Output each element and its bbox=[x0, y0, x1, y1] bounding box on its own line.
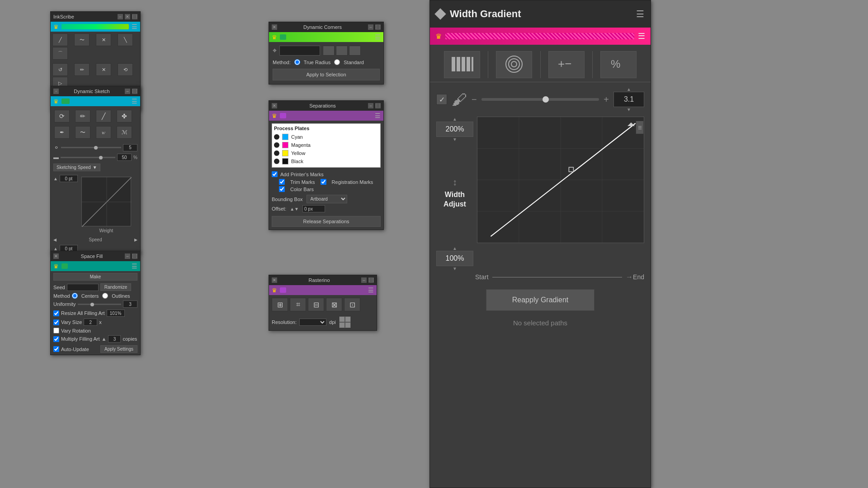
dynamic-corners-close-btn[interactable]: ✕ bbox=[272, 24, 277, 30]
sketching-speed-dropdown[interactable]: Sketching Speed ▼ bbox=[53, 164, 100, 171]
add-printers-marks-checkbox[interactable] bbox=[272, 171, 278, 177]
sketch-tool-8[interactable]: ℳ bbox=[117, 126, 132, 139]
separations-minimize-btn[interactable]: – bbox=[368, 103, 373, 108]
wg-num-up-btn[interactable]: ▲ bbox=[627, 87, 631, 92]
dynamic-corners-expand-btn[interactable]: ⋮⋮ bbox=[375, 24, 381, 30]
inkscribe-expand-btn[interactable]: ⋮⋮ bbox=[132, 14, 137, 19]
separations-close-btn[interactable]: ✕ bbox=[272, 103, 277, 108]
rast-tool-4[interactable]: ⊠ bbox=[326, 298, 342, 311]
centers-radio[interactable] bbox=[72, 293, 78, 299]
uniformity-slider[interactable] bbox=[78, 304, 121, 305]
wg-menu-icon[interactable]: ☰ bbox=[636, 9, 644, 19]
vary-rotation-checkbox[interactable] bbox=[53, 328, 59, 333]
mode-radial-button[interactable] bbox=[496, 51, 532, 78]
offset-stepper-up[interactable]: ▲▼ bbox=[290, 206, 299, 211]
standard-radio[interactable] bbox=[334, 59, 340, 65]
resolution-select[interactable] bbox=[299, 319, 326, 326]
tool-btn-6[interactable]: ↺ bbox=[52, 63, 68, 76]
corner-type-btn-3[interactable] bbox=[349, 46, 361, 56]
dynamic-sketch-expand-btn[interactable]: ⋮⋮ bbox=[132, 89, 137, 94]
tool-btn-7[interactable]: ✏ bbox=[74, 63, 90, 76]
zoom-input[interactable]: 200% bbox=[436, 122, 473, 137]
density-slider[interactable] bbox=[61, 157, 115, 158]
registration-marks-checkbox[interactable] bbox=[321, 179, 326, 185]
dynamic-corners-minimize-btn[interactable]: – bbox=[368, 24, 373, 30]
vary-size-checkbox[interactable] bbox=[53, 319, 59, 325]
mode-percent-button[interactable]: % bbox=[600, 51, 637, 78]
tool-btn-5[interactable]: ⌒ bbox=[52, 47, 68, 60]
sketch-tool-7[interactable]: 𝑤 bbox=[96, 126, 111, 139]
wg-main-slider[interactable] bbox=[481, 98, 599, 101]
zoom-bottom-input[interactable]: 100% bbox=[436, 251, 473, 266]
tool-btn-2[interactable]: 〜 bbox=[74, 33, 90, 46]
release-separations-button[interactable]: Release Separations bbox=[272, 216, 381, 227]
rasterino-close-btn[interactable]: ✕ bbox=[272, 277, 277, 283]
sketch-tool-4[interactable]: ✤ bbox=[117, 110, 132, 122]
dynamic-corners-menu-btn[interactable]: ☰ bbox=[375, 33, 381, 41]
wg-graph[interactable]: ☰ bbox=[477, 117, 644, 243]
wg-slider-value-input[interactable]: 3.1 bbox=[613, 92, 644, 107]
true-radius-radio[interactable] bbox=[294, 59, 300, 65]
tool-btn-4[interactable]: ╲ bbox=[118, 33, 133, 46]
tool-btn-9[interactable]: ⟲ bbox=[118, 63, 133, 76]
graph-dropdown-btn[interactable]: ☰ bbox=[636, 121, 644, 134]
inkscribe-close-btn[interactable]: ✕ bbox=[125, 14, 130, 19]
uniformity-input[interactable]: 3 bbox=[123, 300, 137, 308]
wg-stripe-menu-icon[interactable]: ☰ bbox=[638, 31, 645, 41]
separations-menu-btn[interactable]: ☰ bbox=[375, 112, 381, 119]
space-fill-menu-btn[interactable]: ☰ bbox=[132, 263, 137, 270]
outlines-radio[interactable] bbox=[102, 293, 108, 299]
reapply-gradient-button[interactable]: Reapply Gradient bbox=[486, 289, 594, 311]
size-input[interactable]: 5 bbox=[123, 144, 137, 151]
space-fill-expand-btn[interactable]: ⋮⋮ bbox=[132, 253, 137, 259]
dynamic-sketch-menu-btn[interactable]: ☰ bbox=[132, 98, 137, 105]
zoom-bottom-up-btn[interactable]: ▲ bbox=[453, 246, 457, 251]
seed-input[interactable]: 687364169 bbox=[67, 284, 99, 291]
color-bars-checkbox[interactable] bbox=[279, 186, 285, 192]
wg-num-down-btn[interactable]: ▼ bbox=[627, 107, 631, 112]
sketch-tool-1[interactable]: ⟳ bbox=[54, 110, 70, 122]
auto-update-checkbox[interactable] bbox=[53, 346, 59, 352]
offset-input[interactable] bbox=[302, 205, 325, 212]
rast-tool-2[interactable]: ⌗ bbox=[290, 298, 306, 311]
inkscribe-minimize-btn[interactable]: – bbox=[118, 14, 123, 19]
sketch-tool-5[interactable]: ✒ bbox=[54, 126, 70, 139]
zoom-down-btn[interactable]: ▼ bbox=[453, 137, 457, 142]
resize-input[interactable] bbox=[107, 310, 125, 317]
corner-type-btn-2[interactable] bbox=[336, 46, 348, 56]
dynamic-corners-titlebar[interactable]: ✕ Dynamic Corners – ⋮⋮ bbox=[269, 22, 383, 32]
vary-size-input[interactable] bbox=[84, 319, 97, 326]
separations-expand-btn[interactable]: ⋮⋮ bbox=[375, 103, 381, 108]
rasterino-minimize-btn[interactable]: – bbox=[361, 277, 367, 283]
dynamic-sketch-collapse-btn[interactable]: ◦ bbox=[53, 89, 59, 94]
dynamic-sketch-minimize-btn[interactable]: – bbox=[125, 89, 130, 94]
bounding-box-select[interactable]: Artboard bbox=[307, 195, 347, 203]
trim-marks-checkbox[interactable] bbox=[279, 179, 285, 185]
mode-plusminus-button[interactable]: +− bbox=[548, 51, 585, 78]
mode-stripes-button[interactable] bbox=[444, 51, 480, 78]
radius-input[interactable]: 28.3465 px bbox=[279, 46, 320, 56]
rasterino-titlebar[interactable]: ✕ Rasterino – ⋮⋮ bbox=[269, 275, 377, 285]
corner-type-btn-1[interactable] bbox=[323, 46, 335, 56]
wg-check-button[interactable]: ✓ bbox=[436, 94, 447, 105]
inkscribe-menu-btn[interactable]: ☰ bbox=[132, 23, 137, 30]
rast-tool-1[interactable]: ⊞ bbox=[272, 298, 288, 311]
tool-btn-3[interactable]: ✕ bbox=[96, 33, 111, 46]
rast-tool-5[interactable]: ⊡ bbox=[344, 298, 360, 311]
space-fill-titlebar[interactable]: ✕ Space Fill – ⋮⋮ bbox=[51, 251, 140, 261]
space-fill-minimize-btn[interactable]: – bbox=[125, 253, 130, 259]
rasterino-expand-btn[interactable]: ⋮⋮ bbox=[368, 277, 374, 283]
dynamic-sketch-titlebar[interactable]: ◦ Dynamic Sketch – ⋮⋮ bbox=[51, 86, 140, 96]
apply-to-selection-button[interactable]: Apply to Selection bbox=[273, 69, 380, 80]
zoom-up-btn[interactable]: ▲ bbox=[453, 117, 457, 122]
rasterino-menu-btn[interactable]: ☰ bbox=[368, 286, 374, 294]
rast-tool-3[interactable]: ⊟ bbox=[308, 298, 324, 311]
resize-checkbox[interactable] bbox=[53, 310, 59, 316]
tool-btn-1[interactable]: ╱ bbox=[52, 33, 68, 46]
randomize-button[interactable]: Randomize bbox=[100, 283, 132, 291]
sketch-tool-2[interactable]: ✏ bbox=[75, 110, 90, 122]
inkscribe-titlebar[interactable]: InkScribe – ✕ ⋮⋮ bbox=[51, 12, 140, 22]
sketch-tool-3[interactable]: ╱ bbox=[96, 110, 111, 122]
size-slider[interactable] bbox=[61, 147, 121, 148]
weight-value-input[interactable] bbox=[60, 175, 78, 182]
